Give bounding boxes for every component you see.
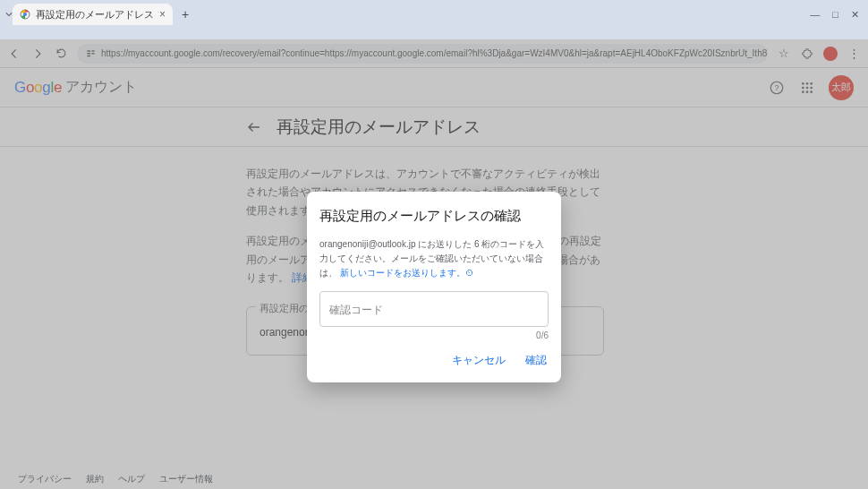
modal-body: orangenoniji@outlook.jp にお送りした 6 桁のコードを入… bbox=[319, 237, 549, 280]
char-count: 0/6 bbox=[319, 330, 549, 340]
new-tab-button[interactable]: + bbox=[176, 5, 194, 23]
tab-dropdown-icon[interactable] bbox=[5, 4, 13, 25]
maximize-icon[interactable]: □ bbox=[832, 9, 838, 20]
minimize-icon[interactable]: — bbox=[810, 9, 820, 20]
verification-code-input[interactable] bbox=[329, 304, 539, 316]
tab-favicon-icon bbox=[20, 9, 30, 20]
resend-code-link[interactable]: 新しいコードをお送りします。⏲ bbox=[340, 268, 474, 278]
window-controls: — □ ✕ bbox=[810, 4, 868, 25]
browser-tab[interactable]: 再設定用のメールアドレス × bbox=[13, 4, 173, 25]
close-window-icon[interactable]: ✕ bbox=[851, 9, 859, 21]
cancel-button[interactable]: キャンセル bbox=[450, 349, 507, 372]
confirm-button[interactable]: 確認 bbox=[523, 349, 549, 372]
code-input-wrap[interactable] bbox=[319, 291, 549, 327]
browser-chrome: 再設定用のメールアドレス × + — □ ✕ bbox=[0, 0, 868, 39]
tab-close-icon[interactable]: × bbox=[159, 8, 166, 21]
footer-help-link[interactable]: ヘルプ bbox=[118, 473, 145, 485]
footer-privacy-link[interactable]: プライバシー bbox=[18, 473, 72, 485]
footer-terms-link[interactable]: 規約 bbox=[86, 473, 104, 485]
svg-point-1 bbox=[23, 13, 27, 16]
footer: プライバシー 規約 ヘルプ ユーザー情報 bbox=[0, 469, 868, 489]
footer-userinfo-link[interactable]: ユーザー情報 bbox=[159, 473, 213, 485]
tab-title: 再設定用のメールアドレス bbox=[36, 8, 154, 21]
modal-actions: キャンセル 確認 bbox=[319, 349, 549, 372]
verify-email-modal: 再設定用のメールアドレスの確認 orangenoniji@outlook.jp … bbox=[307, 192, 561, 382]
modal-title: 再設定用のメールアドレスの確認 bbox=[319, 208, 549, 225]
tab-bar: 再設定用のメールアドレス × + — □ ✕ bbox=[0, 0, 868, 25]
